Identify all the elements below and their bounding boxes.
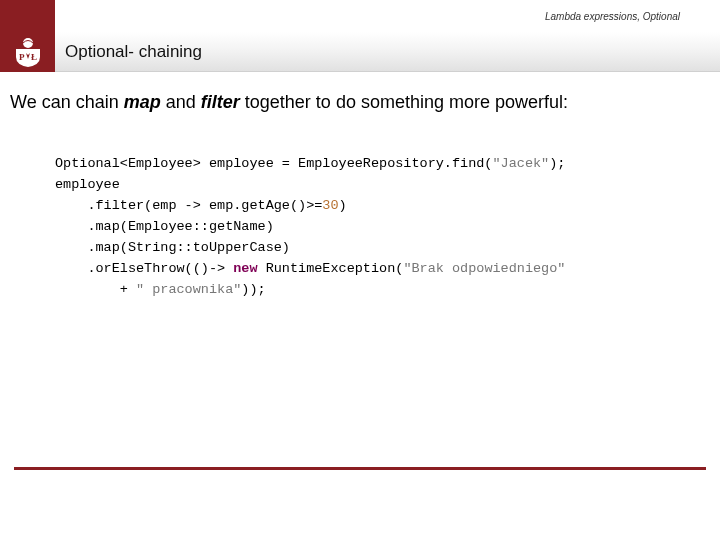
university-logo: P Ł (0, 32, 55, 72)
intro-paragraph: We can chain map and filter together to … (10, 90, 710, 114)
code-line-5: .map(String::toUpperCase) (55, 240, 290, 255)
top-accent (0, 0, 55, 32)
code-line-1: Optional<Employee> employee = EmployeeRe… (55, 156, 565, 171)
title-wrap: Optional- chaining (55, 32, 720, 72)
footer-divider (14, 467, 706, 470)
svg-text:P: P (19, 52, 25, 62)
svg-text:Ł: Ł (31, 52, 37, 62)
slide-content: We can chain map and filter together to … (10, 90, 710, 301)
intro-mid: and (161, 92, 201, 112)
code-line-3: .filter(emp -> emp.getAge()>=30) (55, 198, 347, 213)
code-block: Optional<Employee> employee = EmployeeRe… (55, 154, 710, 300)
page-title: Optional- chaining (65, 42, 202, 62)
intro-map: map (124, 92, 161, 112)
title-bar: P Ł Optional- chaining (0, 32, 720, 72)
code-line-6: .orElseThrow(()-> new RuntimeException("… (55, 261, 565, 276)
svg-point-0 (23, 38, 33, 48)
breadcrumb: Lambda expressions, Optional (545, 11, 680, 22)
code-line-2: employee (55, 177, 120, 192)
code-line-4: .map(Employee::getName) (55, 219, 274, 234)
intro-post: together to do something more powerful: (240, 92, 568, 112)
crest-icon: P Ł (8, 35, 48, 69)
code-line-7: + " pracownika")); (55, 282, 266, 297)
top-bar: Lambda expressions, Optional (0, 0, 720, 32)
intro-pre: We can chain (10, 92, 124, 112)
intro-filter: filter (201, 92, 240, 112)
